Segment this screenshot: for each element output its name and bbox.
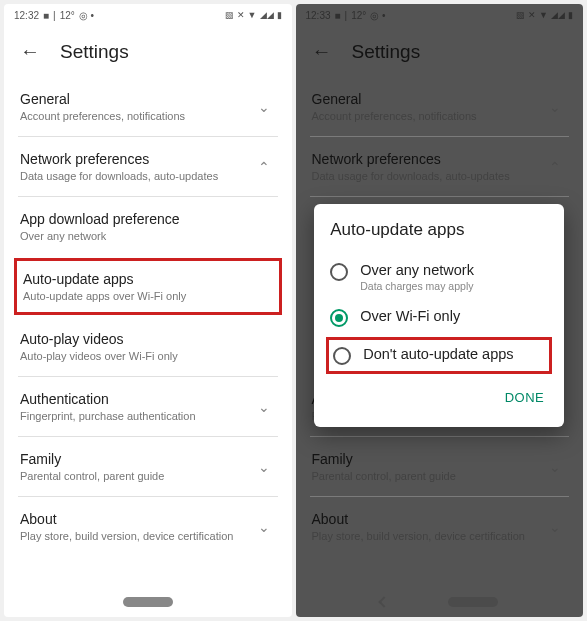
radio-dont-auto-update-highlighted[interactable]: Don't auto-update apps <box>326 337 552 374</box>
section-sub: Data usage for downloads, auto-updates <box>312 170 544 182</box>
battery-icon: ▮ <box>568 10 573 20</box>
chevron-down-icon: ⌄ <box>543 519 567 535</box>
signal-icon: ◢◢ <box>551 10 565 20</box>
radio-wifi-only[interactable]: Over Wi-Fi only <box>330 300 548 335</box>
section-sub: Parental control, parent guide <box>20 470 252 482</box>
status-icon: ■ <box>335 10 341 21</box>
section-auto-update-highlighted[interactable]: Auto-update apps Auto-update apps over W… <box>14 258 282 315</box>
radio-sub: Data charges may apply <box>360 280 474 292</box>
cast-icon: ▧ <box>516 10 525 20</box>
section-sub: Auto-update apps over Wi-Fi only <box>23 290 273 302</box>
section-sub: Play store, build version, device certif… <box>20 530 252 542</box>
status-divider: | <box>53 10 56 21</box>
section-sub: Over any network <box>20 230 276 242</box>
radio-icon-selected[interactable] <box>330 309 348 327</box>
auto-update-dialog: Auto-update apps Over any network Data c… <box>314 204 564 427</box>
section-title: Network preferences <box>312 151 544 167</box>
status-divider: | <box>345 10 348 21</box>
status-icon: ◎ • <box>79 10 94 21</box>
status-icon: ■ <box>43 10 49 21</box>
chevron-down-icon: ⌄ <box>252 399 276 415</box>
screen-right: 12:33 ■ | 12° ◎ • ▧ ✕ ▼ ◢◢ ▮ ← Settings … <box>296 4 584 617</box>
nav-home-pill[interactable] <box>448 597 498 607</box>
status-time: 12:32 <box>14 10 39 21</box>
status-temp: 12° <box>351 10 366 21</box>
nav-bar <box>296 587 584 617</box>
signal-icon: ◢◢ <box>260 10 274 20</box>
settings-list: General Account preferences, notificatio… <box>4 77 292 556</box>
section-sub: Parental control, parent guide <box>312 470 544 482</box>
section-general[interactable]: General Account preferences, notificatio… <box>310 77 570 137</box>
radio-label: Over any network <box>360 262 474 278</box>
radio-icon[interactable] <box>330 263 348 281</box>
section-title: General <box>20 91 252 107</box>
nav-bar <box>4 587 292 617</box>
section-title: App download preference <box>20 211 276 227</box>
chevron-down-icon: ⌄ <box>543 99 567 115</box>
section-title: About <box>20 511 252 527</box>
section-app-download[interactable]: App download preference Over any network <box>18 197 278 256</box>
screen-left: 12:32 ■ | 12° ◎ • ▧ ✕ ▼ ◢◢ ▮ ← Settings … <box>4 4 292 617</box>
status-bar: 12:33 ■ | 12° ◎ • ▧ ✕ ▼ ◢◢ ▮ <box>296 4 584 26</box>
chevron-down-icon: ⌄ <box>252 459 276 475</box>
wifi-icon: ▼ <box>248 10 257 20</box>
cast-icon: ▧ <box>225 10 234 20</box>
radio-over-any-network[interactable]: Over any network Data charges may apply <box>330 254 548 300</box>
radio-label: Don't auto-update apps <box>363 346 513 362</box>
section-title: Network preferences <box>20 151 252 167</box>
section-about[interactable]: About Play store, build version, device … <box>310 497 570 556</box>
chevron-down-icon: ⌄ <box>252 519 276 535</box>
section-sub: Fingerprint, purchase authentication <box>20 410 252 422</box>
section-sub: Data usage for downloads, auto-updates <box>20 170 252 182</box>
dialog-title: Auto-update apps <box>330 220 548 240</box>
header: ← Settings <box>296 26 584 77</box>
chevron-up-icon: ⌃ <box>252 159 276 175</box>
section-network[interactable]: Network preferences Data usage for downl… <box>310 137 570 197</box>
section-title: Family <box>312 451 544 467</box>
chevron-down-icon: ⌄ <box>543 459 567 475</box>
section-network[interactable]: Network preferences Data usage for downl… <box>18 137 278 197</box>
page-title: Settings <box>352 41 421 63</box>
battery-icon: ▮ <box>277 10 282 20</box>
section-family[interactable]: Family Parental control, parent guide ⌄ <box>310 437 570 497</box>
section-title: Family <box>20 451 252 467</box>
section-sub: Account preferences, notifications <box>20 110 252 122</box>
section-title: About <box>312 511 544 527</box>
section-auth[interactable]: Authentication Fingerprint, purchase aut… <box>18 377 278 437</box>
chevron-up-icon: ⌃ <box>543 159 567 175</box>
status-bar: 12:32 ■ | 12° ◎ • ▧ ✕ ▼ ◢◢ ▮ <box>4 4 292 26</box>
section-autoplay[interactable]: Auto-play videos Auto-play videos over W… <box>18 317 278 377</box>
mute-icon: ✕ <box>237 10 245 20</box>
section-general[interactable]: General Account preferences, notificatio… <box>18 77 278 137</box>
back-arrow-icon[interactable]: ← <box>312 40 332 63</box>
section-title: Authentication <box>20 391 252 407</box>
done-button[interactable]: DONE <box>501 384 549 411</box>
status-time: 12:33 <box>306 10 331 21</box>
chevron-down-icon: ⌄ <box>252 99 276 115</box>
wifi-icon: ▼ <box>539 10 548 20</box>
section-sub: Account preferences, notifications <box>312 110 544 122</box>
section-title: General <box>312 91 544 107</box>
section-title: Auto-play videos <box>20 331 276 347</box>
status-icon: ◎ • <box>370 10 385 21</box>
section-title: Auto-update apps <box>23 271 273 287</box>
back-arrow-icon[interactable]: ← <box>20 40 40 63</box>
radio-icon[interactable] <box>333 347 351 365</box>
page-title: Settings <box>60 41 129 63</box>
section-about[interactable]: About Play store, build version, device … <box>18 497 278 556</box>
mute-icon: ✕ <box>528 10 536 20</box>
section-sub: Play store, build version, device certif… <box>312 530 544 542</box>
section-family[interactable]: Family Parental control, parent guide ⌄ <box>18 437 278 497</box>
radio-label: Over Wi-Fi only <box>360 308 460 324</box>
nav-back-icon[interactable] <box>379 596 390 607</box>
header: ← Settings <box>4 26 292 77</box>
section-sub: Auto-play videos over Wi-Fi only <box>20 350 276 362</box>
status-temp: 12° <box>60 10 75 21</box>
nav-home-pill[interactable] <box>123 597 173 607</box>
